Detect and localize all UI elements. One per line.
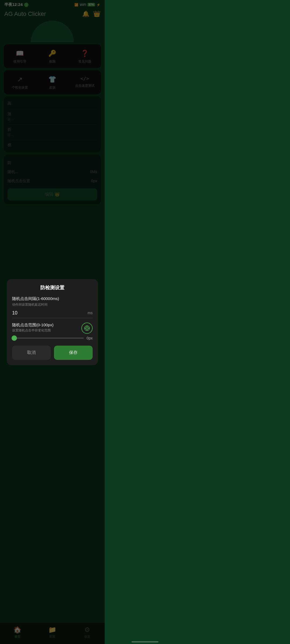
dialog-overlay: 防检测设置 随机点击间隔(1-60000ms) 动作间设置随机延迟时间 10 m… <box>0 0 105 233</box>
